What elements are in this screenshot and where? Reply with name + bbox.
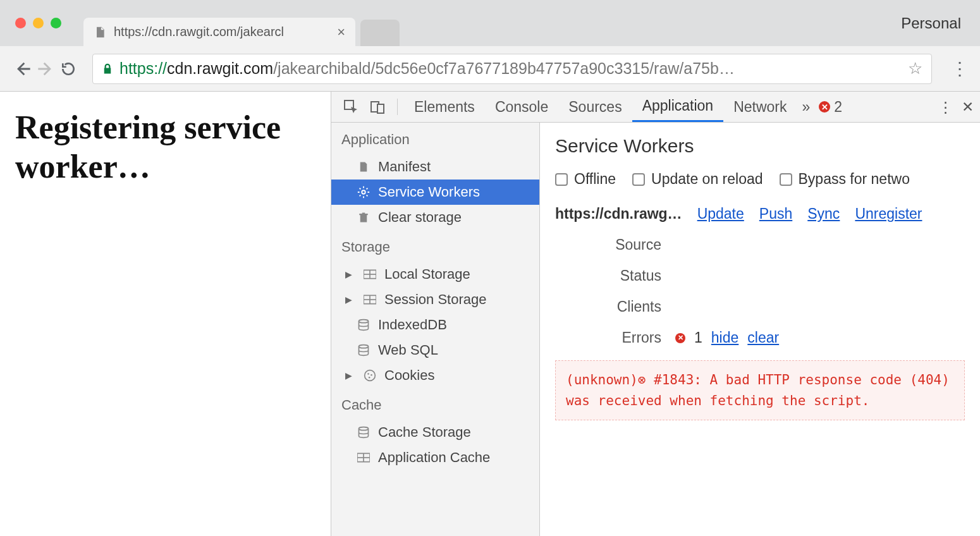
inspect-element-icon[interactable] bbox=[340, 96, 362, 118]
sw-origin: https://cdn.rawg… bbox=[555, 205, 682, 222]
close-window-icon[interactable] bbox=[15, 18, 26, 28]
expand-icon[interactable]: ▶ bbox=[345, 370, 353, 381]
document-icon bbox=[357, 160, 371, 174]
svg-point-11 bbox=[359, 345, 369, 348]
url-path: /jakearchibald/5dc56e0cf7a7677189b47757a… bbox=[273, 59, 735, 78]
back-button[interactable] bbox=[11, 58, 34, 80]
tab-network[interactable]: Network bbox=[723, 92, 797, 122]
offline-checkbox[interactable]: Offline bbox=[555, 171, 616, 188]
forward-button[interactable] bbox=[34, 58, 57, 80]
sw-push-link[interactable]: Push bbox=[759, 205, 792, 222]
database-icon bbox=[357, 318, 371, 332]
svg-point-13 bbox=[367, 373, 369, 375]
sidebar-item-clear-storage[interactable]: Clear storage bbox=[331, 205, 539, 230]
sw-unregister-link[interactable]: Unregister bbox=[855, 205, 922, 222]
error-message: (unknown)⊗ #1843: A bad HTTP response co… bbox=[555, 360, 965, 420]
label-errors: Errors bbox=[592, 329, 661, 346]
error-count: 2 bbox=[834, 99, 842, 116]
svg-point-12 bbox=[365, 370, 376, 381]
bypass-network-checkbox[interactable]: Bypass for netwo bbox=[780, 171, 910, 188]
browser-tab[interactable]: https://cdn.rawgit.com/jakearcl × bbox=[83, 18, 355, 46]
tab-title: https://cdn.rawgit.com/jakearcl bbox=[114, 25, 284, 39]
expand-icon[interactable]: ▶ bbox=[345, 269, 353, 279]
close-devtools-icon[interactable]: ✕ bbox=[962, 99, 974, 116]
svg-point-14 bbox=[371, 374, 372, 376]
new-tab-button[interactable] bbox=[360, 20, 400, 46]
url-scheme: https:// bbox=[119, 59, 167, 78]
reload-button[interactable] bbox=[57, 58, 80, 80]
grid-icon bbox=[363, 293, 377, 307]
close-tab-icon[interactable]: × bbox=[337, 24, 345, 40]
sidebar-section-application: Application bbox=[331, 123, 539, 154]
sidebar-item-web-sql[interactable]: Web SQL bbox=[331, 338, 539, 363]
gear-icon bbox=[357, 185, 371, 199]
svg-point-16 bbox=[359, 427, 369, 430]
more-tabs-icon[interactable]: » bbox=[802, 99, 811, 116]
sidebar-item-local-storage[interactable]: ▶ Local Storage bbox=[331, 262, 539, 287]
hide-errors-link[interactable]: hide bbox=[711, 329, 738, 346]
tab-application[interactable]: Application bbox=[632, 92, 724, 122]
sidebar-item-cache-storage[interactable]: Cache Storage bbox=[331, 420, 539, 445]
svg-point-15 bbox=[369, 377, 371, 379]
minimize-window-icon[interactable] bbox=[33, 18, 44, 28]
error-icon: ✕ bbox=[675, 333, 685, 343]
sw-sync-link[interactable]: Sync bbox=[807, 205, 840, 222]
traffic-lights bbox=[0, 18, 61, 28]
page-content: Registering service worker… bbox=[0, 92, 331, 536]
database-icon bbox=[357, 343, 371, 357]
trash-icon bbox=[357, 210, 371, 224]
error-icon: ✕ bbox=[819, 101, 830, 113]
sidebar-section-storage: Storage bbox=[331, 230, 539, 262]
label-clients: Clients bbox=[592, 298, 661, 315]
profile-label[interactable]: Personal bbox=[901, 15, 961, 32]
cookie-icon bbox=[363, 368, 377, 382]
label-status: Status bbox=[592, 267, 661, 284]
sidebar-section-cache: Cache bbox=[331, 388, 539, 420]
lock-icon bbox=[102, 62, 113, 76]
tab-elements[interactable]: Elements bbox=[404, 92, 485, 122]
clear-errors-link[interactable]: clear bbox=[747, 329, 779, 346]
grid-icon bbox=[357, 451, 371, 465]
grid-icon bbox=[363, 267, 377, 281]
sidebar-item-cookies[interactable]: ▶ Cookies bbox=[331, 363, 539, 388]
browser-menu-icon[interactable]: ⋮ bbox=[951, 58, 969, 79]
svg-point-3 bbox=[362, 190, 365, 194]
tab-console[interactable]: Console bbox=[485, 92, 558, 122]
svg-rect-2 bbox=[377, 104, 384, 113]
svg-point-10 bbox=[359, 320, 369, 323]
error-badge[interactable]: ✕ 2 bbox=[819, 99, 842, 116]
application-sidebar: Application Manifest Service Workers Cle… bbox=[331, 123, 540, 536]
sidebar-item-manifest[interactable]: Manifest bbox=[331, 154, 539, 180]
expand-icon[interactable]: ▶ bbox=[345, 295, 353, 305]
sidebar-item-service-workers[interactable]: Service Workers bbox=[331, 180, 539, 205]
page-heading: Registering service worker… bbox=[15, 108, 315, 187]
sidebar-item-indexeddb[interactable]: IndexedDB bbox=[331, 312, 539, 338]
update-on-reload-checkbox[interactable]: Update on reload bbox=[632, 171, 763, 188]
tab-sources[interactable]: Sources bbox=[558, 92, 632, 122]
maximize-window-icon[interactable] bbox=[51, 18, 61, 28]
sidebar-item-application-cache[interactable]: Application Cache bbox=[331, 445, 539, 470]
page-icon bbox=[94, 25, 106, 40]
device-toolbar-icon[interactable] bbox=[367, 96, 388, 118]
url-host: cdn.rawgit.com bbox=[167, 59, 273, 78]
devtools: Elements Console Sources Application Net… bbox=[331, 92, 980, 536]
divider bbox=[397, 99, 398, 115]
panel-title: Service Workers bbox=[555, 135, 965, 157]
sw-update-link[interactable]: Update bbox=[697, 205, 744, 222]
label-source: Source bbox=[592, 236, 661, 253]
service-workers-panel: Service Workers Offline Update on reload… bbox=[540, 123, 980, 536]
devtools-menu-icon[interactable]: ⋮ bbox=[938, 99, 953, 116]
bookmark-icon[interactable]: ☆ bbox=[908, 59, 922, 78]
sidebar-item-session-storage[interactable]: ▶ Session Storage bbox=[331, 287, 539, 312]
database-icon bbox=[357, 425, 371, 439]
address-bar[interactable]: https://cdn.rawgit.com/jakearchibald/5dc… bbox=[92, 54, 932, 84]
sw-error-count: 1 bbox=[694, 329, 702, 346]
